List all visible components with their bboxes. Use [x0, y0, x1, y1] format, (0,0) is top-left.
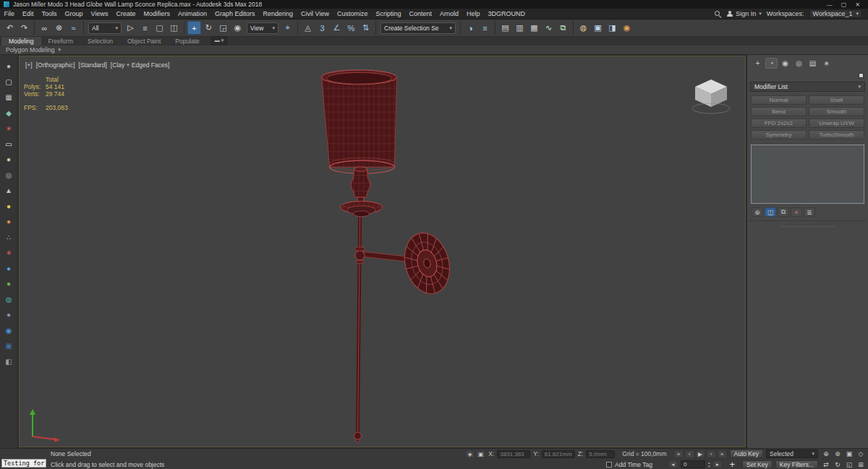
minimize-button[interactable]: — [827, 1, 833, 8]
use-pivot-point-center-icon[interactable]: ⌖ [281, 21, 294, 35]
time-tag-icon[interactable] [606, 462, 612, 468]
previous-frame-icon[interactable]: ‹ [685, 450, 694, 458]
menu-create[interactable]: Create [112, 9, 140, 20]
render-production-icon[interactable]: ◉ [620, 21, 634, 35]
sign-in-dropdown[interactable]: Sign In ▾ [726, 10, 762, 17]
sphere-orange-icon[interactable]: ● [4, 216, 14, 227]
viewport[interactable]: [+][Orthographic][Standard][Clay + Edged… [19, 56, 746, 447]
menu-file[interactable]: File [0, 9, 19, 20]
half-square-icon[interactable]: ◧ [4, 356, 14, 367]
modifier-stack-list[interactable] [751, 145, 864, 204]
select-object-icon[interactable]: ▷ [124, 21, 137, 35]
menu-customize[interactable]: Customize [333, 9, 372, 20]
bind-to-space-warp-icon[interactable]: ≈ [67, 21, 80, 35]
y-coordinate-field[interactable]: 61,621mm [542, 450, 575, 458]
menu-modifiers[interactable]: Modifiers [140, 9, 174, 20]
play-animation-icon[interactable]: ▶ [696, 450, 705, 458]
schematic-view-icon[interactable]: ⧉ [556, 21, 570, 35]
make-unique-icon[interactable]: ⧉ [778, 207, 789, 217]
brush-tool-icon[interactable]: ∗ [4, 123, 14, 134]
hierarchy-tab-icon[interactable]: ◉ [779, 58, 791, 69]
select-and-move-icon[interactable]: + [187, 21, 201, 35]
modifier-button-turbosmooth[interactable]: TurboSmooth [809, 130, 864, 139]
zoom-region-icon[interactable]: ◱ [844, 460, 854, 469]
configure-modifier-sets-icon[interactable]: ≣ [804, 207, 815, 217]
diamond-tool-icon[interactable]: ◆ [4, 108, 14, 119]
selection-lock-toggle-icon[interactable]: ▣ [476, 450, 485, 458]
pin-red-icon[interactable]: ∗ [4, 247, 14, 258]
select-and-scale-icon[interactable]: ◲ [216, 21, 230, 35]
object-name-field[interactable] [752, 72, 856, 79]
percent-snap-icon[interactable]: % [344, 21, 358, 35]
modifier-button-bend[interactable]: Bend [751, 107, 807, 116]
sun-light-icon[interactable]: ● [4, 201, 14, 212]
previous-key-icon[interactable]: ◂ [668, 460, 678, 468]
layer-explorer-icon[interactable]: ▥ [513, 21, 527, 35]
select-and-manipulate-icon[interactable]: ◬ [301, 21, 315, 35]
go-to-start-icon[interactable]: « [674, 450, 684, 458]
cube-blue-icon[interactable]: ▣ [4, 340, 14, 351]
object-color-swatch[interactable] [859, 73, 864, 78]
set-key-button[interactable]: Set Key [742, 460, 773, 469]
viewport-pov-menu[interactable]: [Orthographic] [36, 61, 75, 69]
modifier-button-normal[interactable]: Normal [751, 95, 807, 105]
key-filters-button[interactable]: Key Filters... [775, 460, 818, 469]
menu-arnold[interactable]: Arnold [435, 9, 462, 20]
zoom-all-icon[interactable]: ⊛ [833, 449, 843, 458]
dots-array-icon[interactable]: ∴ [4, 232, 14, 243]
reference-coordinate-system-dropdown[interactable]: View▾ [247, 22, 278, 34]
x-coordinate-field[interactable]: 3831,363 [497, 450, 530, 458]
show-end-result-icon[interactable]: ◫ [765, 207, 776, 217]
next-frame-icon[interactable]: › [707, 450, 716, 458]
close-button[interactable]: ✕ [855, 1, 860, 8]
menu-tools[interactable]: Tools [38, 9, 61, 20]
plane-tool-icon[interactable]: ▢ [4, 77, 14, 87]
modifier-button-symmetry[interactable]: Symmetry [751, 130, 807, 139]
transform-typein-plus-icon[interactable]: + [729, 460, 735, 469]
maximize-button[interactable]: ▢ [841, 1, 847, 8]
redo-icon[interactable]: ↷ [17, 21, 31, 35]
unlink-selection-icon[interactable]: ⊗ [52, 21, 66, 35]
render-setup-icon[interactable]: ▣ [591, 21, 605, 35]
select-and-link-icon[interactable]: ∞ [38, 21, 51, 35]
undo-icon[interactable]: ↶ [3, 21, 17, 35]
utilities-tab-icon[interactable]: ∗ [820, 58, 833, 69]
orbit-icon[interactable]: ↻ [833, 460, 843, 469]
viewport-shading-menu[interactable]: [Clay + Edged Faces] [111, 61, 170, 69]
globe-blue-icon[interactable]: ◉ [4, 325, 14, 336]
zoom-icon[interactable]: ⊕ [821, 449, 831, 458]
mirror-icon[interactable]: ◑ [464, 21, 477, 35]
sphere-blue-icon[interactable]: ● [4, 263, 14, 274]
align-icon[interactable]: ≡ [478, 21, 492, 35]
sphere-tan-icon[interactable]: ● [4, 154, 14, 165]
spinner-down-icon[interactable]: ▾ [708, 465, 710, 468]
ribbon-tab-object-paint[interactable]: Object Paint [120, 37, 168, 46]
selection-filter-dropdown[interactable]: All▾ [88, 22, 122, 34]
cone-tool-icon[interactable]: ▲ [4, 185, 14, 196]
modifier-list-dropdown[interactable]: Modifier List ▾ [750, 82, 865, 92]
maxscript-mini-listener[interactable]: Testing for [1, 459, 46, 468]
angle-snap-icon[interactable]: ∠ [330, 21, 344, 35]
workspace-dropdown[interactable]: Workspace_1 ▾ [809, 9, 862, 18]
menu-edit[interactable]: Edit [19, 9, 38, 20]
select-and-rotate-icon[interactable]: ↻ [202, 21, 216, 35]
window-crossing-selection-icon[interactable]: ◫ [167, 21, 181, 35]
z-coordinate-field[interactable]: 5,0mm [586, 450, 615, 458]
pin-stack-icon[interactable]: ⊕ [752, 207, 763, 217]
scene-explorer-icon[interactable]: ▤ [498, 21, 512, 35]
menu-group[interactable]: Group [61, 9, 87, 20]
sphere-tool-icon[interactable]: ● [4, 61, 14, 72]
maximize-viewport-icon[interactable]: ⊞ [856, 460, 866, 469]
ribbon-toggle-icon[interactable]: ▦ [527, 21, 541, 35]
remove-modifier-icon[interactable]: × [791, 207, 802, 217]
spinner-snap-icon[interactable]: ⇅ [359, 21, 373, 35]
material-editor-icon[interactable]: ◍ [576, 21, 590, 35]
ribbon-tab-freeform[interactable]: Freeform [41, 37, 80, 46]
ring-tool-icon[interactable]: ◎ [4, 170, 14, 181]
field-of-view-icon[interactable]: ◇ [856, 449, 866, 458]
add-time-tag-label[interactable]: Add Time Tag [615, 461, 652, 468]
ribbon-tab-populate[interactable]: Populate [168, 37, 207, 46]
display-tab-icon[interactable]: ▤ [807, 58, 819, 69]
current-frame-field[interactable]: 0 [681, 460, 705, 468]
viewport-general-menu[interactable]: [+] [25, 61, 33, 69]
